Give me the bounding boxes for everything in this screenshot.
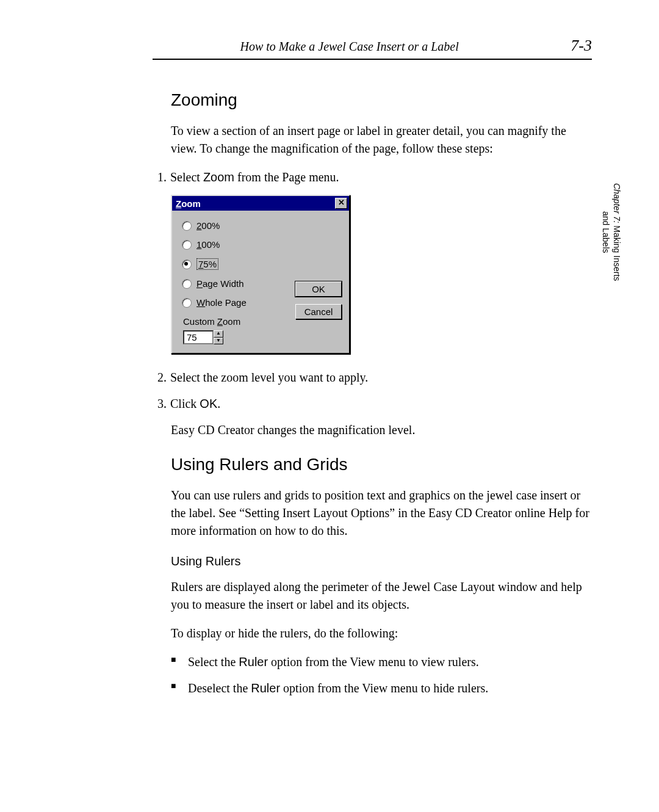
rulers-p1: Rulers are displayed along the perimeter… bbox=[171, 578, 592, 614]
rulers-p2: To display or hide the rulers, do the fo… bbox=[171, 625, 592, 642]
zoom-option-whole-page[interactable]: Whole Page bbox=[182, 297, 287, 308]
spinner-down-icon[interactable]: ▼ bbox=[214, 338, 223, 345]
radio-icon bbox=[182, 279, 192, 289]
spinner-up-icon[interactable]: ▲ bbox=[214, 330, 223, 338]
radio-icon bbox=[182, 221, 192, 231]
zoom-option-100[interactable]: 100% bbox=[182, 239, 287, 250]
zoom-result: Easy CD Creator changes the magnificatio… bbox=[171, 421, 592, 439]
step-2: 2.Select the zoom level you want to appl… bbox=[153, 369, 592, 386]
ruler-bullet-hide: Deselect the Ruler option from the View … bbox=[171, 680, 592, 697]
rulers-grids-intro: You can use rulers and grids to position… bbox=[171, 487, 592, 540]
zooming-intro: To view a section of an insert page or l… bbox=[171, 122, 592, 158]
custom-zoom-label: Custom Zoom bbox=[183, 316, 287, 327]
rulers-grids-heading: Using Rulers and Grids bbox=[171, 455, 592, 474]
running-title: How to Make a Jewel Case Insert or a Lab… bbox=[153, 40, 546, 54]
running-header: How to Make a Jewel Case Insert or a Lab… bbox=[153, 37, 592, 60]
custom-zoom-input[interactable]: 75 bbox=[183, 330, 214, 344]
cancel-button[interactable]: Cancel bbox=[295, 304, 342, 319]
dialog-title: Zoom bbox=[176, 198, 201, 209]
zoom-option-page-width[interactable]: Page Width bbox=[182, 278, 287, 289]
step-3: 3.Click OK. bbox=[153, 395, 592, 413]
radio-icon bbox=[182, 259, 192, 269]
close-icon[interactable]: ✕ bbox=[335, 198, 347, 209]
zooming-heading: Zooming bbox=[171, 90, 592, 110]
custom-zoom-spinner[interactable]: 75 ▲ ▼ bbox=[183, 330, 223, 344]
radio-icon bbox=[182, 298, 192, 308]
step-1: 1.Select Zoom from the Page menu. bbox=[153, 169, 592, 186]
page-number: 7-3 bbox=[571, 37, 592, 55]
side-tab-line1: Making Inserts bbox=[612, 223, 622, 281]
radio-icon bbox=[182, 240, 192, 250]
zoom-option-200[interactable]: 200% bbox=[182, 220, 287, 231]
zoom-option-75[interactable]: 75% bbox=[182, 258, 287, 270]
using-rulers-heading: Using Rulers bbox=[171, 554, 592, 568]
ruler-bullet-show: Select the Ruler option from the View me… bbox=[171, 653, 592, 671]
zoom-dialog: Zoom ✕ 200% 100% 75% Page Widt bbox=[171, 195, 350, 354]
dialog-titlebar[interactable]: Zoom ✕ bbox=[172, 196, 349, 211]
side-tab: Chapter 7: Making Inserts and Labels bbox=[600, 183, 622, 281]
side-tab-line2: and Labels bbox=[601, 211, 611, 253]
side-tab-chapter: Chapter 7: bbox=[612, 183, 622, 223]
ok-button[interactable]: OK bbox=[295, 281, 342, 297]
